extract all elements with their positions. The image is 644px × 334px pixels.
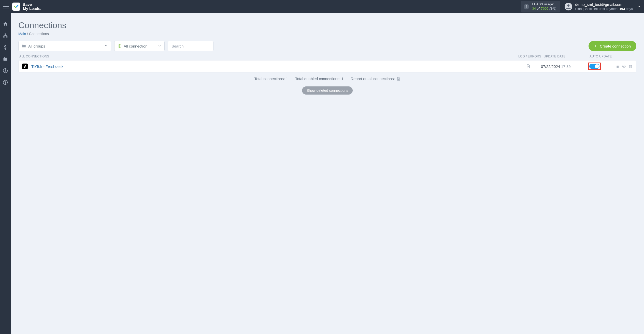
- menu-toggle-button[interactable]: [3, 4, 9, 10]
- user-menu[interactable]: demo_sml_test@gmail.com Plan |Basic| lef…: [565, 2, 633, 11]
- svg-rect-2: [3, 36, 5, 37]
- chevron-down-icon: [158, 44, 161, 48]
- user-email: demo_sml_test@gmail.com: [575, 2, 633, 7]
- chevron-down-icon: [104, 44, 108, 48]
- tiktok-icon: [22, 64, 28, 69]
- breadcrumb: Main / Connections: [18, 32, 636, 36]
- sidebar-item-help[interactable]: [2, 79, 8, 85]
- folder-icon: [22, 44, 26, 48]
- report-all[interactable]: Report on all connections:: [351, 77, 400, 81]
- sidebar: [0, 13, 11, 334]
- breadcrumb-main-link[interactable]: Main: [18, 32, 26, 36]
- delete-button[interactable]: [628, 64, 633, 68]
- conn-status-label: All connection: [124, 44, 147, 48]
- svg-rect-3: [6, 36, 7, 37]
- auto-update-toggle[interactable]: [589, 64, 599, 69]
- show-deleted-button[interactable]: Show deleted connections: [302, 86, 353, 95]
- svg-rect-4: [4, 58, 7, 61]
- copy-button[interactable]: [615, 64, 619, 68]
- logo-text: Save My Leads.: [23, 3, 41, 11]
- col-date: UPDATE DATE: [544, 55, 590, 58]
- groups-label: All groups: [28, 44, 45, 48]
- total-connections: Total connections: 1: [254, 77, 288, 81]
- totals-row: Total connections: 1 Total enabled conne…: [18, 77, 636, 81]
- col-log: LOG / ERRORS: [518, 55, 544, 58]
- search-input[interactable]: [168, 41, 213, 51]
- main-content: Connections Main / Connections All group…: [11, 13, 644, 334]
- svg-rect-10: [617, 66, 619, 68]
- col-auto: AUTO UPDATE: [590, 55, 615, 58]
- logo-icon: [12, 3, 20, 11]
- avatar-icon: [565, 3, 572, 10]
- play-circle-icon: [118, 44, 122, 48]
- user-plan: Plan |Basic| left until payment 163 days: [575, 7, 633, 11]
- leads-used: 34: [532, 7, 536, 10]
- plus-icon: [594, 44, 597, 48]
- groups-dropdown[interactable]: All groups: [18, 41, 111, 51]
- svg-point-6: [5, 69, 6, 71]
- connection-row: TikTok - Freshdesk 07/22/2024 17:39: [18, 60, 636, 72]
- log-button[interactable]: [516, 64, 541, 69]
- sidebar-item-billing[interactable]: [2, 44, 8, 50]
- svg-point-12: [623, 66, 624, 67]
- table-headers: ALL CONNECTIONS LOG / ERRORS UPDATE DATE…: [18, 55, 636, 60]
- document-icon: [396, 77, 400, 81]
- leads-total: 5'000: [540, 7, 548, 10]
- update-date: 07/22/2024 17:39: [541, 64, 587, 69]
- sidebar-item-briefcase[interactable]: [2, 56, 8, 62]
- leads-pct: (1%): [548, 7, 556, 10]
- connection-link[interactable]: TikTok - Freshdesk: [31, 64, 516, 69]
- svg-rect-1: [5, 34, 6, 35]
- sidebar-item-connections[interactable]: [2, 33, 8, 39]
- info-icon: i: [524, 4, 529, 9]
- breadcrumb-current: Connections: [29, 32, 49, 36]
- svg-point-0: [567, 4, 569, 7]
- col-name: ALL CONNECTIONS: [19, 55, 518, 58]
- highlight-box: [588, 63, 601, 70]
- sidebar-item-home[interactable]: [2, 21, 8, 27]
- toolbar: All groups All connection Create connect…: [18, 41, 636, 51]
- create-connection-button[interactable]: Create connection: [589, 41, 636, 51]
- leads-label: LEADS usage:: [532, 2, 556, 7]
- leads-usage-box[interactable]: i LEADS usage: 34 of 5'000 (1%): [521, 1, 560, 12]
- sidebar-item-account[interactable]: [2, 68, 8, 74]
- chevron-down-icon[interactable]: [637, 5, 641, 9]
- connection-status-dropdown[interactable]: All connection: [114, 41, 165, 51]
- total-enabled: Total enabled connections: 1: [295, 77, 344, 81]
- topbar: Save My Leads. i LEADS usage: 34 of 5'00…: [0, 0, 644, 13]
- page-title: Connections: [18, 20, 636, 30]
- settings-button[interactable]: [622, 64, 626, 68]
- svg-point-8: [5, 83, 6, 84]
